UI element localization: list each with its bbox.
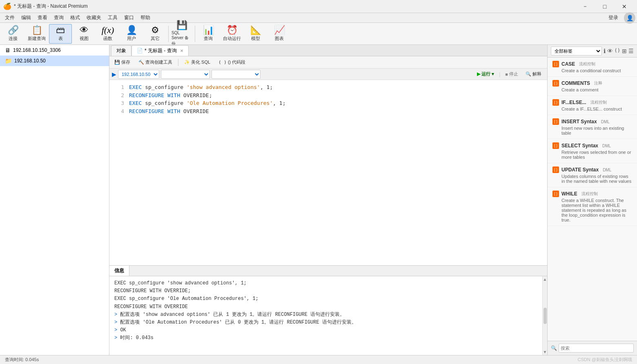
snippet-while-header: { } WHILE 流程控制 <box>552 191 632 197</box>
search-input[interactable] <box>559 344 634 353</box>
toolbar-table[interactable]: 🗃 表 <box>49 24 72 44</box>
menu-tools[interactable]: 工具 <box>105 13 121 22</box>
query-time-label: 查询时间: 0.045s <box>5 357 39 363</box>
explain-button[interactable]: 🔍 解释 <box>522 70 545 78</box>
grid-icon[interactable]: ⊞ <box>622 48 627 54</box>
sidebar-item-conn1[interactable]: 🖥 192.168.10.150_3306 <box>0 45 109 55</box>
sql-line-3: 3 EXEC sp_configure 'Ole Automation Proc… <box>109 99 547 107</box>
snippet-insert-name: INSERT Syntax <box>561 119 597 124</box>
snippet-button[interactable]: ( ) () 代码段 <box>216 58 248 66</box>
snippet-insert-header: { } INSERT Syntax DML <box>552 118 632 125</box>
snippet-insert-icon: { } <box>552 118 559 125</box>
info-line-8: > 时间: 0.043s <box>114 334 537 342</box>
login-link[interactable]: 登录 <box>605 13 621 22</box>
user-label: 用户 <box>127 36 136 42</box>
toolbar-other[interactable]: ⚙ 其它 <box>144 24 167 44</box>
conn2-icon: 📁 <box>5 58 12 64</box>
scroll-down-btn[interactable]: ▼ <box>543 350 547 354</box>
snippet-update[interactable]: { } UPDATE Syntax DML Updates columns of… <box>548 163 637 187</box>
tab-query[interactable]: 📄 * 无标题 - 查询 ✕ <box>131 45 189 56</box>
menu-query[interactable]: 查询 <box>51 13 67 22</box>
toolbar-autorun[interactable]: ⏰ 自动运行 <box>220 24 243 44</box>
info-scrollbar[interactable]: ▲ ▼ <box>542 276 547 355</box>
beautify-label: 美化 SQL <box>191 59 210 65</box>
snippet-icon: ( ) <box>218 60 227 65</box>
toolbar-query[interactable]: 📊 查询 <box>197 24 220 44</box>
menu-bar: 文件 编辑 查看 查询 格式 收藏夹 工具 窗口 帮助 登录 👤 <box>0 13 637 23</box>
sidebar-item-label-conn2: 192.168.10.50 <box>14 58 46 64</box>
run-label: 运行 <box>481 71 490 77</box>
snippet-select-desc: Retrieve rows selected from one or more … <box>552 150 632 160</box>
info-icon[interactable]: ℹ <box>604 48 606 54</box>
menu-window[interactable]: 窗口 <box>121 13 137 22</box>
title-bar-icon: 🍊 <box>3 2 11 10</box>
snippet-update-header: { } UPDATE Syntax DML <box>552 166 632 173</box>
conn-bar: ▶ 192.168.10.50 ▶ 运行 ▾ | ■ 停止 <box>109 69 547 80</box>
toolbar-model[interactable]: 📐 模型 <box>244 24 267 44</box>
builder-icon: 🔨 <box>138 60 144 65</box>
toolbar-connect[interactable]: 🔗 连接 <box>2 24 24 44</box>
db-select-1[interactable] <box>161 70 210 79</box>
snippet-while-name: WHILE <box>561 191 577 197</box>
snippet-while-desc: Create a WHILE construct. The statement … <box>552 198 632 222</box>
toolbar-view[interactable]: 👁 视图 <box>73 24 96 44</box>
tag-filter-select[interactable]: 全部标签 <box>551 47 602 55</box>
maximize-button[interactable]: □ <box>595 0 614 13</box>
db-select-2[interactable] <box>212 70 261 79</box>
info-tab[interactable]: 信息 <box>109 266 129 276</box>
toolbar-user[interactable]: 👤 用户 <box>120 24 143 44</box>
menu-help[interactable]: 帮助 <box>137 13 154 22</box>
tab-objects[interactable]: 对象 <box>111 45 131 56</box>
preview-icon[interactable]: 👁 <box>607 48 613 54</box>
snippet-insert[interactable]: { } INSERT Syntax DML Insert new rows in… <box>548 115 637 139</box>
toolbar-sqlserver[interactable]: 💾 SQL Server 备份 <box>170 24 193 44</box>
function-icon: f(x) <box>102 26 114 35</box>
tab-bar: 对象 📄 * 无标题 - 查询 ✕ <box>109 45 547 56</box>
toolbar: 🔗 连接 📋 新建查询 🗃 表 👁 视图 f(x) 函数 👤 用户 ⚙ 其它 💾… <box>0 23 637 45</box>
connection-select[interactable]: 192.168.10.50 <box>118 70 159 79</box>
tab-objects-label: 对象 <box>116 47 126 54</box>
snippet-while[interactable]: { } WHILE 流程控制 Create a WHILE construct.… <box>548 187 637 226</box>
sql-editor[interactable]: 1 EXEC sp_configure 'show advanced optio… <box>109 80 547 265</box>
autorun-label: 自动运行 <box>223 36 241 42</box>
table-icon: 🗃 <box>56 26 65 35</box>
menu-file[interactable]: 文件 <box>2 13 18 22</box>
snippet-select[interactable]: { } SELECT Syntax DML Retrieve rows sele… <box>548 139 637 163</box>
stop-label: 停止 <box>509 71 518 77</box>
menu-edit[interactable]: 编辑 <box>18 13 34 22</box>
conn1-icon: 🖥 <box>5 47 11 53</box>
tab-close-button[interactable]: ✕ <box>180 49 183 53</box>
builder-button[interactable]: 🔨 查询创建工具 <box>136 58 175 66</box>
other-label: 其它 <box>151 36 160 42</box>
right-icons: ℹ 👁 () ⊞ ☰ <box>604 48 634 54</box>
menu-view[interactable]: 查看 <box>34 13 51 22</box>
info-line-2: RECONFIGURE WITH OVERRIDE; <box>114 287 537 295</box>
explain-label: 解释 <box>532 71 541 77</box>
conn-arrow-icon: ▶ <box>112 71 116 78</box>
toolbar-chart[interactable]: 📈 图表 <box>268 24 291 44</box>
sidebar-item-conn2[interactable]: 📁 192.168.10.50 <box>0 55 109 66</box>
beautify-button[interactable]: ✨ 美化 SQL <box>182 58 213 66</box>
close-button[interactable]: ✕ <box>615 0 634 13</box>
query-icon: 📊 <box>203 26 214 35</box>
snippet-ifelse[interactable]: { } IF...ELSE... 流程控制 Create a IF...ELSE… <box>548 96 637 115</box>
save-button[interactable]: 💾 保存 <box>112 58 133 66</box>
snippet-comments[interactable]: { } COMMENTS 注释 Create a comment <box>548 77 637 96</box>
run-button[interactable]: ▶ 运行 ▾ <box>474 70 497 78</box>
menu-format[interactable]: 格式 <box>67 13 83 22</box>
avatar[interactable]: 👤 <box>624 12 635 24</box>
info-scroll-container: EXEC sp_configure 'show advanced options… <box>109 276 547 355</box>
snippet-case[interactable]: { } CASE 流程控制 Create a conditional const… <box>548 58 637 77</box>
code-icon[interactable]: () <box>615 48 620 54</box>
snippet-ifelse-name: IF...ELSE... <box>561 100 586 105</box>
scroll-up-btn[interactable]: ▲ <box>543 277 547 282</box>
function-label: 函数 <box>103 36 112 42</box>
right-panel: 全部标签 ℹ 👁 () ⊞ ☰ { } CASE 流程控制 Create a c… <box>547 45 637 355</box>
menu-favorites[interactable]: 收藏夹 <box>83 13 105 22</box>
toolbar-new-query[interactable]: 📋 新建查询 <box>25 24 48 44</box>
toolbar-function[interactable]: f(x) 函数 <box>96 24 119 44</box>
watermark-label: CSDN @刺椒鱼头没刺啊哦 <box>578 357 632 363</box>
stop-button[interactable]: ■ 停止 <box>502 70 521 78</box>
minimize-button[interactable]: － <box>576 0 595 13</box>
menu-icon[interactable]: ☰ <box>628 48 634 54</box>
